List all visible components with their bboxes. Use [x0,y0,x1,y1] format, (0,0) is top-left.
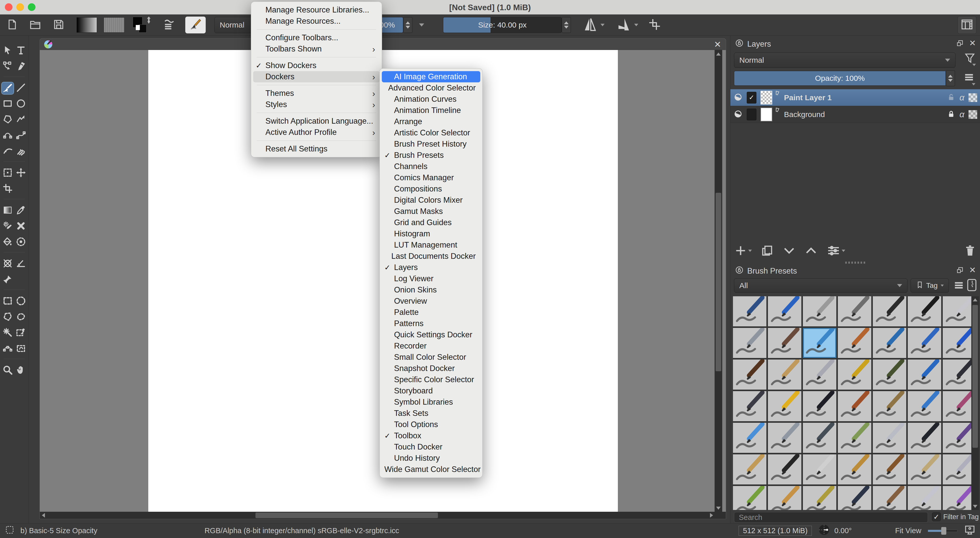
brush-preset-29[interactable] [733,423,767,453]
hscroll-right-arrow[interactable] [710,513,713,517]
brush-preset-40[interactable] [873,454,906,484]
brush-preset-2[interactable] [768,296,801,326]
new-document-button[interactable] [6,19,18,31]
similar-select-tool[interactable] [15,327,27,339]
layers-float-icon[interactable] [956,39,964,48]
freehand-path-tool[interactable] [15,130,27,141]
menu-item-themes[interactable]: Themes› [253,88,380,99]
opacity-dropdown-arrow[interactable] [419,24,424,27]
brush-preset-24[interactable] [803,391,836,421]
layer-lock-icon[interactable] [947,110,956,119]
brush-preset-chooser-button[interactable] [185,17,206,33]
menu-item-animation-curves[interactable]: Animation Curves [382,94,480,105]
menu-item-small-color-selector[interactable]: Small Color Selector [382,352,480,363]
layers-close-icon[interactable]: ✕ [969,38,976,48]
crop-tool[interactable] [2,183,14,195]
menu-item-manage-resource-libraries[interactable]: Manage Resource Libraries... [253,4,380,16]
menu-item-tool-options[interactable]: Tool Options [382,419,480,430]
ellipse-tool[interactable] [15,98,27,110]
menu-item-log-viewer[interactable]: Log Viewer [382,273,480,284]
layer-properties-button[interactable] [826,243,845,258]
menu-item-artistic-color-selector[interactable]: Artistic Color Selector [382,127,480,138]
calligraphy-tool[interactable] [15,61,27,72]
brush-presets-close-icon[interactable]: ✕ [969,265,976,275]
trim-to-image-button[interactable] [648,17,662,33]
layer-thumbnail[interactable] [760,91,772,105]
magnetic-select-tool[interactable] [15,343,27,355]
select-shapes-tool[interactable] [2,45,14,57]
line-tool[interactable] [15,83,27,94]
layer-visibility-icon[interactable] [733,92,743,103]
layer-alpha-icon[interactable]: α [959,110,964,119]
smart-patch-tool[interactable] [2,221,14,232]
docker-lock-icon[interactable] [735,266,744,276]
dynamic-brush-tool[interactable] [2,146,14,157]
brush-preset-3[interactable] [803,296,836,326]
layer-visibility-icon[interactable] [733,110,743,120]
layer-opacity-slider[interactable]: Opacity: 100% [734,71,946,86]
vscroll-down-arrow[interactable] [716,507,721,510]
brush-preset-11[interactable] [838,328,871,358]
brush-preset-47[interactable] [873,486,906,510]
docker-lock-icon[interactable] [735,39,744,49]
menu-item-wide-gamut-color-selector[interactable]: Wide Gamut Color Selector [382,464,480,475]
multibrush-tool[interactable] [15,146,27,157]
brush-preset-38[interactable] [803,454,836,484]
freehand-brush-tool[interactable] [2,83,14,94]
brush-preset-45[interactable] [803,486,836,510]
menu-item-comics-manager[interactable]: Comics Manager [382,172,480,183]
freehand-select-tool[interactable] [15,311,27,323]
menu-item-patterns[interactable]: Patterns [382,318,480,329]
zoom-mode-icon[interactable] [964,524,975,537]
measure-tool[interactable] [15,258,27,270]
pan-tool[interactable] [15,365,27,376]
pattern-swatch-button[interactable] [103,17,124,33]
brush-preset-10[interactable] [803,328,836,358]
brush-detail-view-icon[interactable] [966,278,977,293]
brush-preset-30[interactable] [768,423,801,453]
menu-item-task-sets[interactable]: Task Sets [382,408,480,419]
brush-grid-scrollbar[interactable] [971,296,979,510]
menu-item-lut-management[interactable]: LUT Management [382,240,480,251]
hscroll-thumb[interactable] [256,513,438,518]
brush-preset-44[interactable] [768,486,801,510]
rect-select-tool[interactable] [2,295,14,307]
brush-preset-15[interactable] [733,360,767,390]
menu-item-undo-history[interactable]: Undo History [382,452,480,464]
menu-item-layers[interactable]: ✓Layers [382,262,480,273]
brush-preset-33[interactable] [873,423,906,453]
mirror-horizontal-options-arrow[interactable] [600,24,605,26]
brush-preset-4[interactable] [838,296,871,326]
menu-item-switch-application-language[interactable]: Switch Application Language... [253,116,380,127]
brush-preset-13[interactable] [908,328,941,358]
canvas-vscrollbar[interactable] [714,50,722,512]
brush-preset-23[interactable] [768,391,801,421]
brush-preset-26[interactable] [873,391,906,421]
assistants-tool[interactable] [2,274,14,286]
polyline-tool[interactable] [15,114,27,126]
duplicate-layer-button[interactable] [760,244,774,257]
brush-preset-46[interactable] [838,486,871,510]
docker-splitter-handle[interactable] [845,262,865,263]
menu-item-brush-presets[interactable]: ✓Brush Presets [382,150,480,161]
menu-item-toolbox[interactable]: ✓Toolbox [382,430,480,441]
menu-item-symbol-libraries[interactable]: Symbol Libraries [382,397,480,408]
menu-item-snapshot-docker[interactable]: Snapshot Docker [382,363,480,374]
brush-preset-6[interactable] [908,296,941,326]
brush-preset-22[interactable] [733,391,767,421]
brush-preset-25[interactable] [838,391,871,421]
polygon-tool[interactable] [2,114,14,126]
canvas-hscrollbar[interactable] [40,512,726,519]
brush-view-menu-icon[interactable] [953,279,965,292]
gradient-swatch-button[interactable] [76,17,97,33]
brush-preset-9[interactable] [768,328,801,358]
layer-select-checkbox[interactable] [747,109,756,121]
edit-shapes-tool[interactable] [2,61,14,72]
menu-item-recorder[interactable]: Recorder [382,340,480,352]
brush-preset-43[interactable] [733,486,767,510]
brush-scroll-up-arrow[interactable] [973,298,977,302]
reference-images-tool[interactable] [2,258,14,270]
menu-item-digital-colors-mixer[interactable]: Digital Colors Mixer [382,195,480,206]
brush-preset-36[interactable] [733,454,767,484]
subwindow-titlebar[interactable]: ✕ [40,38,726,50]
